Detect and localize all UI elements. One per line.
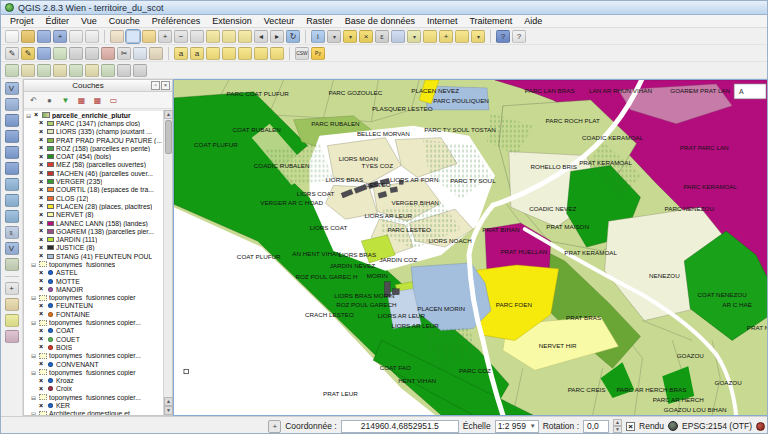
add-raster-layer-button[interactable] (5, 98, 19, 111)
layer-label[interactable]: CLOS (12) (56, 195, 88, 202)
layer-label[interactable]: PARC (1347) (champs clos) (56, 120, 140, 127)
layer-item[interactable]: ×ASTEL (24, 269, 163, 277)
layer-label[interactable]: toponymes_fusionnes copier... (49, 394, 141, 401)
layer-item[interactable]: ×JARDIN (111) (24, 235, 163, 243)
new-bookmark-button[interactable]: + (439, 30, 453, 43)
collapse-all-icon[interactable]: ▦ (91, 94, 104, 107)
new-print-composer-button[interactable] (69, 30, 83, 43)
layer-item[interactable]: ×PRAT PRAD PRAJOU PATURE (... (24, 136, 163, 144)
layer-checkbox[interactable]: × (37, 169, 45, 177)
layer-label[interactable]: ROZ (158) (parcelles en pente) (56, 145, 150, 152)
layer-item[interactable]: ×Kroaz (24, 377, 163, 385)
map-tips-button[interactable] (423, 30, 437, 43)
layer-checkbox[interactable]: × (37, 402, 45, 410)
deselect-all-button[interactable]: × (359, 30, 373, 43)
add-delimited-text-layer-button[interactable]: 9, (5, 226, 19, 239)
layer-checkbox[interactable]: × (37, 310, 45, 318)
layer-label[interactable]: CONVENANT (56, 361, 99, 368)
layer-label[interactable]: MOTTE (56, 278, 80, 285)
menu-vue[interactable]: Vue (75, 15, 103, 28)
filter-legend-icon[interactable]: ▼ (59, 94, 72, 107)
show-bookmarks-button[interactable] (455, 30, 469, 43)
scroll-up-icon[interactable]: ▲ (164, 110, 173, 119)
spin-down-icon[interactable]: ▼ (613, 426, 622, 433)
layer-item[interactable]: ×TACHEN (46) (parcelles ouver... (24, 169, 163, 177)
menu-extension[interactable]: Extension (206, 15, 258, 28)
menu-projet[interactable]: Projet (4, 15, 40, 28)
zoom-next-button[interactable]: ▸ (270, 30, 284, 43)
select-features-button[interactable]: ▾ (343, 30, 357, 43)
layer-item[interactable]: ×COAT (24, 327, 163, 335)
heatmap-button[interactable] (37, 64, 51, 77)
layer-item[interactable]: ×LANNEC LANN (158) (landes) (24, 219, 163, 227)
layer-checkbox[interactable]: × (37, 219, 45, 227)
layer-checkbox[interactable]: × (37, 269, 45, 277)
layer-group[interactable]: ⊟toponymes_fusionnes copier... (24, 352, 163, 360)
layer-label[interactable]: Croix (56, 385, 72, 392)
layer-label[interactable]: parcelle_enrichie_plutur (52, 112, 131, 119)
chevron-down-icon[interactable]: ▾ (333, 33, 336, 40)
new-shapefile-layer-button[interactable]: V (5, 242, 19, 255)
menu-internet[interactable]: Internet (421, 15, 464, 28)
layer-label[interactable]: COAT (454) (bois) (56, 153, 111, 160)
current-edits-button[interactable]: ✎ (5, 47, 19, 60)
identify-features-button[interactable]: i (311, 30, 325, 43)
georeferencer-button[interactable] (21, 64, 35, 77)
expander-icon[interactable]: ⊟ (30, 394, 37, 401)
layer-label[interactable]: COUET (56, 336, 80, 343)
road-graph-button[interactable] (117, 64, 131, 77)
expander-icon[interactable]: ⊟ (25, 112, 32, 119)
osm-place-search-button[interactable] (5, 298, 19, 311)
layer-checkbox[interactable]: × (37, 211, 45, 219)
layer-checkbox[interactable]: × (37, 153, 45, 161)
topology-checker-button[interactable] (133, 64, 147, 77)
paste-features-button[interactable] (149, 47, 163, 60)
pin-unpin-labels-button[interactable] (222, 47, 236, 60)
help-contents-button[interactable]: ? (496, 30, 510, 43)
layer-item[interactable]: ×KER (24, 401, 163, 409)
menu-base-de-donnees[interactable]: Base de données (339, 15, 421, 28)
python-console-button[interactable]: Py (311, 47, 325, 60)
layer-checkbox[interactable]: × (37, 202, 45, 210)
zoom-to-selection-button[interactable] (222, 30, 236, 43)
add-vector-layer-button[interactable]: V (5, 82, 19, 95)
interpolation-button[interactable] (53, 64, 67, 77)
layer-checkbox[interactable]: × (37, 302, 45, 310)
refresh-map-button[interactable]: ↻ (286, 30, 300, 43)
layer-checkbox[interactable]: × (37, 236, 45, 244)
cut-features-button[interactable]: ✂ (117, 47, 131, 60)
layer-item[interactable]: ×VERGER (235) (24, 177, 163, 185)
delete-selected-button[interactable] (101, 47, 115, 60)
layer-label[interactable]: LANNEC LANN (158) (landes) (56, 220, 148, 227)
layer-checkbox[interactable]: × (37, 360, 45, 368)
layer-item[interactable]: ×ROZ (158) (parcelles en pente) (24, 144, 163, 152)
layer-checkbox[interactable]: × (37, 227, 45, 235)
layer-group[interactable]: ⊟toponymes_fusionnes copier (24, 368, 163, 376)
add-wcs-layer-button[interactable] (5, 194, 19, 207)
terrain-analysis-button[interactable] (69, 64, 83, 77)
layer-item[interactable]: ×MANOIR (24, 285, 163, 293)
layer-labeling-button[interactable]: a (174, 47, 188, 60)
change-label-button[interactable] (270, 47, 284, 60)
menu-editer[interactable]: Éditer (40, 15, 76, 28)
scroll-up2-icon[interactable]: ▲ (164, 397, 173, 406)
layer-label[interactable]: JARDIN (111) (56, 236, 97, 243)
run-feature-action-button[interactable]: ▾ (327, 30, 341, 43)
menu-couche[interactable]: Couche (103, 15, 146, 28)
add-mssql-layer-button[interactable] (5, 146, 19, 159)
add-spatialite-layer-button[interactable] (5, 130, 19, 143)
raster-overview-button[interactable] (5, 64, 19, 77)
dxf-tools-button[interactable] (5, 330, 19, 343)
layer-item[interactable]: ×LIORS (335) (champ jouxtant ... (24, 128, 163, 136)
layer-label[interactable]: FEUNTEUN (56, 302, 93, 309)
layer-checkbox[interactable]: × (37, 119, 45, 127)
add-wms-layer-button[interactable] (5, 178, 19, 191)
panel-float-button[interactable]: ▫ (151, 81, 160, 90)
open-project-button[interactable] (21, 30, 35, 43)
layer-label[interactable]: toponymes_fusionnes copier (49, 369, 136, 376)
save-project-button[interactable] (37, 30, 51, 43)
layer-checkbox[interactable]: × (37, 252, 45, 260)
new-project-button[interactable] (5, 30, 19, 43)
layer-label[interactable]: PLACEN (28) (places, placitres) (56, 203, 152, 210)
panel-close-button[interactable]: × (161, 81, 170, 90)
